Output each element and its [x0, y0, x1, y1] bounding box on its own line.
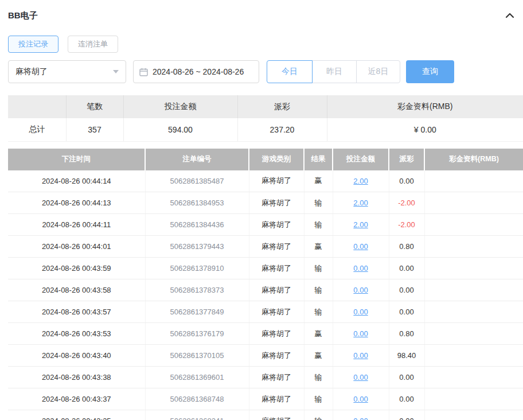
bet-amount-link[interactable]: 0.00: [353, 264, 368, 273]
payout-cell: 0.00: [389, 388, 424, 410]
result-cell: 输: [304, 258, 333, 279]
payout-cell: 0.00: [389, 258, 424, 279]
game-category-cell: 麻将胡了: [249, 170, 304, 192]
result-cell: 输: [304, 410, 333, 420]
bet-amount-cell: 0.00: [333, 410, 389, 420]
quick-date-buttons: 今日 昨日 近8日: [267, 60, 400, 83]
game-category-cell: 麻将胡了: [249, 345, 304, 367]
bet-amount-link[interactable]: 2.00: [353, 220, 368, 229]
total-payout: 237.20: [237, 118, 327, 141]
bet-time-cell: 2024-08-26 00:43:37: [8, 388, 145, 410]
order-number-cell: 5062861384953: [145, 192, 249, 214]
payout-cell: 0.00: [389, 301, 424, 323]
query-button[interactable]: 查询: [406, 60, 454, 83]
summary-col-payout: 派彩: [237, 95, 327, 118]
result-cell: 输: [304, 388, 333, 410]
col-bet-time: 下注时间: [8, 149, 145, 170]
jackpot-cell: [424, 170, 523, 192]
table-row: 2024-08-26 00:43:35 5062861368241 麻将胡了 输…: [8, 410, 523, 420]
result-cell: 输: [304, 214, 333, 236]
col-result: 结果: [304, 149, 333, 170]
bet-amount-link[interactable]: 0.00: [353, 286, 368, 294]
table-row: 2024-08-26 00:43:40 5062861370105 麻将胡了 赢…: [8, 345, 523, 367]
last-8-days-button[interactable]: 近8日: [356, 60, 400, 83]
bet-amount-cell: 2.00: [333, 192, 389, 214]
table-row: 2024-08-26 00:43:59 5062861378910 麻将胡了 输…: [8, 258, 523, 279]
order-number-cell: 5062861379443: [145, 236, 249, 258]
panel-header: BB电子: [8, 7, 515, 24]
calendar-icon: [139, 68, 148, 76]
records-table: 下注时间 注单编号 游戏类别 结果 投注金额 派彩 彩金资料(RMB) 2024…: [8, 149, 523, 420]
bet-amount-cell: 2.00: [333, 170, 389, 192]
record-type-tabs: 投注记录 连消注单: [8, 36, 523, 53]
col-payout: 派彩: [389, 149, 424, 170]
collapse-panel-button[interactable]: [505, 11, 515, 20]
date-range-picker[interactable]: 2024-08-26 ~ 2024-08-26: [133, 60, 259, 83]
table-row: 2024-08-26 00:43:53 5062861376179 麻将胡了 赢…: [8, 323, 523, 345]
jackpot-cell: [424, 214, 523, 236]
bet-time-cell: 2024-08-26 00:43:53: [8, 323, 145, 345]
bet-amount-link[interactable]: 0.00: [353, 242, 368, 251]
result-cell: 赢: [304, 345, 333, 367]
game-category-cell: 麻将胡了: [249, 192, 304, 214]
table-row: 2024-08-26 00:43:37 5062861368748 麻将胡了 输…: [8, 388, 523, 410]
payout-cell: 0.00: [389, 279, 424, 301]
bet-amount-link[interactable]: 2.00: [353, 177, 368, 185]
result-cell: 输: [304, 279, 333, 301]
payout-cell: 0.80: [389, 323, 424, 345]
jackpot-cell: [424, 236, 523, 258]
summary-col-jackpot: 彩金资料(RMB): [327, 95, 523, 118]
bet-amount-cell: 0.00: [333, 236, 389, 258]
tab-bet-records[interactable]: 投注记录: [8, 36, 58, 53]
yesterday-button[interactable]: 昨日: [312, 60, 357, 83]
bet-amount-link[interactable]: 0.00: [353, 329, 368, 338]
order-number-cell: 5062861369601: [145, 367, 249, 388]
jackpot-cell: [424, 410, 523, 420]
bet-time-cell: 2024-08-26 00:43:58: [8, 279, 145, 301]
jackpot-cell: [424, 388, 523, 410]
payout-cell: 0.00: [389, 170, 424, 192]
bet-time-cell: 2024-08-26 00:43:57: [8, 301, 145, 323]
bet-amount-link[interactable]: 0.00: [353, 308, 368, 316]
today-button[interactable]: 今日: [267, 60, 313, 83]
chevron-down-icon: [113, 70, 119, 73]
game-category-cell: 麻将胡了: [249, 279, 304, 301]
bet-amount-link[interactable]: 0.00: [353, 417, 368, 420]
bet-amount-cell: 0.00: [333, 323, 389, 345]
summary-table: 笔数 投注金额 派彩 彩金资料(RMB) 总计 357 594.00 237.2…: [8, 95, 523, 142]
bet-amount-link[interactable]: 2.00: [353, 199, 368, 207]
bet-amount-cell: 0.00: [333, 367, 389, 388]
bet-amount-cell: 0.00: [333, 279, 389, 301]
result-cell: 输: [304, 367, 333, 388]
records-header-row: 下注时间 注单编号 游戏类别 结果 投注金额 派彩 彩金资料(RMB): [8, 149, 523, 170]
payout-cell: 0.00: [389, 410, 424, 420]
jackpot-cell: [424, 345, 523, 367]
bet-amount-link[interactable]: 0.00: [353, 373, 368, 382]
bet-amount-link[interactable]: 0.00: [353, 395, 368, 403]
order-number-cell: 5062861385487: [145, 170, 249, 192]
table-row: 2024-08-26 00:43:58 5062861378373 麻将胡了 输…: [8, 279, 523, 301]
total-count: 357: [66, 118, 123, 141]
bet-time-cell: 2024-08-26 00:44:13: [8, 192, 145, 214]
game-category-cell: 麻将胡了: [249, 410, 304, 420]
tab-cancelled-orders[interactable]: 连消注单: [68, 36, 118, 53]
result-cell: 输: [304, 301, 333, 323]
bet-amount-link[interactable]: 0.00: [353, 351, 368, 360]
game-category-cell: 麻将胡了: [249, 301, 304, 323]
payout-cell: 0.00: [389, 367, 424, 388]
table-row: 2024-08-26 00:43:57 5062861377849 麻将胡了 输…: [8, 301, 523, 323]
payout-cell: 0.80: [389, 236, 424, 258]
result-cell: 赢: [304, 170, 333, 192]
order-number-cell: 5062861377849: [145, 301, 249, 323]
col-order-number: 注单编号: [145, 149, 249, 170]
game-select[interactable]: 麻将胡了: [8, 60, 126, 83]
payout-cell: -2.00: [389, 214, 424, 236]
total-jackpot: ¥ 0.00: [327, 118, 523, 141]
total-bet-amount: 594.00: [123, 118, 237, 141]
total-label: 总计: [8, 118, 66, 141]
game-select-value: 麻将胡了: [15, 67, 48, 77]
col-jackpot: 彩金资料(RMB): [424, 149, 523, 170]
table-row: 2024-08-26 00:44:14 5062861385487 麻将胡了 赢…: [8, 170, 523, 192]
summary-col-bet-amount: 投注金额: [123, 95, 237, 118]
bet-time-cell: 2024-08-26 00:44:11: [8, 214, 145, 236]
